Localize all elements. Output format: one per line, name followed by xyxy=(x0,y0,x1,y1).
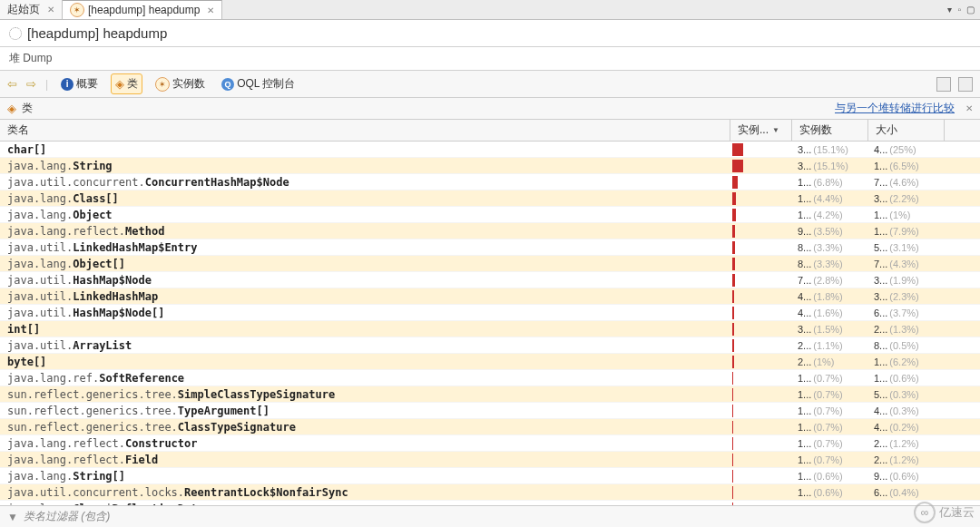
instances-cell: 7...(2.8%) xyxy=(792,275,868,286)
table-row[interactable]: byte[]2...(1%)1...(6.2%) xyxy=(0,354,980,370)
size-cell: 4...(0.3%) xyxy=(868,405,945,416)
usage-bar xyxy=(732,437,733,450)
class-name-cell: java.util.LinkedHashMap$Entry xyxy=(0,241,730,254)
table-row[interactable]: java.util.HashMap$Node7...(2.8%)3...(1.9… xyxy=(0,272,980,288)
label: 类 xyxy=(127,76,138,92)
subheader-text: 堆 Dump xyxy=(9,52,52,64)
tab-start[interactable]: 起始页 ✕ xyxy=(0,0,63,19)
bar-cell xyxy=(730,437,792,450)
instances-cell: 4...(1.6%) xyxy=(792,307,868,318)
view-toolbar: ⇦ ⇨ | i 概要 ◈ 类 ✶ 实例数 Q OQL 控制台 xyxy=(0,71,980,98)
bar-cell xyxy=(730,421,792,434)
bar-cell xyxy=(730,454,792,466)
usage-bar xyxy=(732,225,735,238)
page-header: [heapdump] heapdump xyxy=(0,20,980,47)
bar-cell xyxy=(730,405,792,417)
bar-cell xyxy=(730,143,792,156)
bar-cell xyxy=(730,274,792,287)
size-cell: 4...(0.2%) xyxy=(868,422,945,433)
forward-icon[interactable]: ⇨ xyxy=(26,77,36,91)
maximize-icon[interactable]: ▢ xyxy=(966,5,975,15)
size-cell: 7...(4.3%) xyxy=(868,259,945,269)
compare-link[interactable]: 与另一个堆转储进行比较 xyxy=(835,101,955,116)
table-row[interactable]: java.lang.ref.SoftReference1...(0.7%)1..… xyxy=(0,370,980,386)
table-row[interactable]: java.lang.Object[]8...(3.3%)7...(4.3%) xyxy=(0,256,980,272)
close-icon[interactable]: ✕ xyxy=(965,103,973,113)
instances-cell: 1...(0.7%) xyxy=(792,438,868,449)
col-instances-bar[interactable]: 实例...▼ xyxy=(730,120,792,141)
size-cell: 1...(6.2%) xyxy=(868,356,945,367)
usage-bar xyxy=(732,192,736,205)
close-icon[interactable]: ✕ xyxy=(207,5,214,15)
usage-bar xyxy=(732,176,738,189)
overview-button[interactable]: i 概要 xyxy=(57,74,102,93)
class-name-cell: sun.reflect.generics.tree.TypeArgument[] xyxy=(0,405,730,417)
bar-cell xyxy=(730,290,792,303)
view-option-icon[interactable] xyxy=(958,77,973,92)
table-row[interactable]: sun.reflect.generics.tree.ClassTypeSigna… xyxy=(0,419,980,435)
table-row[interactable]: java.util.ArrayList2...(1.1%)8...(0.5%) xyxy=(0,337,980,354)
bar-cell xyxy=(730,192,792,205)
bar-cell xyxy=(730,372,792,385)
bar-cell xyxy=(730,388,792,401)
sort-desc-icon: ▼ xyxy=(772,126,779,134)
size-cell: 7...(4.6%) xyxy=(868,177,945,188)
view-option-icon[interactable] xyxy=(936,77,951,92)
col-size[interactable]: 大小 xyxy=(868,120,945,141)
bar-cell xyxy=(730,176,792,189)
usage-bar xyxy=(732,470,733,483)
oql-button[interactable]: Q OQL 控制台 xyxy=(218,74,299,93)
table-row[interactable]: java.lang.String3...(15.1%)1...(6.5%) xyxy=(0,158,980,174)
bar-cell xyxy=(730,307,792,319)
size-cell: 6...(0.4%) xyxy=(868,487,945,498)
usage-bar xyxy=(732,454,733,466)
table-header: 类名 实例...▼ 实例数 大小 xyxy=(0,120,980,142)
instances-cell: 3...(15.1%) xyxy=(792,161,868,171)
watermark: ∞ 亿速云 xyxy=(914,502,975,523)
close-icon[interactable]: ✕ xyxy=(47,5,54,15)
table-row[interactable]: java.lang.Class[]1...(4.4%)3...(2.2%) xyxy=(0,190,980,207)
filter-input[interactable]: 类名过滤器 (包含) xyxy=(24,509,110,524)
class-name-cell: sun.reflect.generics.tree.ClassTypeSigna… xyxy=(0,421,730,434)
col-instances[interactable]: 实例数 xyxy=(792,120,868,141)
class-name-cell: java.lang.String[] xyxy=(0,470,730,483)
classes-button[interactable]: ◈ 类 xyxy=(111,73,142,94)
table-row[interactable]: char[]3...(15.1%)4...(25%) xyxy=(0,142,980,158)
class-name-cell: byte[] xyxy=(0,356,730,368)
size-cell: 5...(0.3%) xyxy=(868,389,945,400)
table-row[interactable]: java.lang.reflect.Method9...(3.5%)1...(7… xyxy=(0,223,980,239)
instances-cell: 2...(1%) xyxy=(792,356,868,367)
label: OQL 控制台 xyxy=(237,76,295,92)
table-row[interactable]: java.util.concurrent.locks.ReentrantLock… xyxy=(0,484,980,501)
instances-button[interactable]: ✶ 实例数 xyxy=(152,74,209,93)
table-row[interactable]: sun.reflect.generics.tree.SimpleClassTyp… xyxy=(0,386,980,403)
class-name-cell: java.util.ArrayList xyxy=(0,339,730,352)
restore-icon[interactable]: ▫ xyxy=(957,5,961,15)
table-row[interactable]: java.lang.Object1...(4.2%)1...(1%) xyxy=(0,207,980,223)
size-cell: 3...(1.9%) xyxy=(868,275,945,286)
class-name-cell: java.lang.Class[] xyxy=(0,192,730,205)
table-row[interactable]: java.util.LinkedHashMap$Entry8...(3.3%)5… xyxy=(0,239,980,256)
reload-icon[interactable] xyxy=(9,27,22,40)
class-name-cell: sun.reflect.generics.tree.SimpleClassTyp… xyxy=(0,388,730,401)
table-row[interactable]: java.util.HashMap$Node[]4...(1.6%)6...(3… xyxy=(0,305,980,321)
usage-bar xyxy=(732,388,733,401)
table-row[interactable]: java.lang.reflect.Field1...(0.7%)2...(1.… xyxy=(0,452,980,468)
back-icon[interactable]: ⇦ xyxy=(7,77,17,91)
minimize-icon[interactable]: ▾ xyxy=(947,5,952,15)
usage-bar xyxy=(732,421,733,434)
label: 实例数 xyxy=(172,76,205,92)
usage-bar xyxy=(732,274,735,287)
table-row[interactable]: java.lang.reflect.Constructor1...(0.7%)2… xyxy=(0,435,980,452)
instances-cell: 4...(1.8%) xyxy=(792,291,868,302)
table-row[interactable]: java.util.LinkedHashMap4...(1.8%)3...(2.… xyxy=(0,288,980,305)
col-classname[interactable]: 类名 xyxy=(0,120,730,141)
table-row[interactable]: int[]3...(1.5%)2...(1.3%) xyxy=(0,321,980,337)
bar-cell xyxy=(730,356,792,368)
tab-heapdump[interactable]: ✶ [heapdump] heapdump ✕ xyxy=(63,0,222,19)
usage-bar xyxy=(732,143,743,156)
table-row[interactable]: java.util.concurrent.ConcurrentHashMap$N… xyxy=(0,174,980,190)
tab-label: 起始页 xyxy=(7,2,40,17)
table-row[interactable]: sun.reflect.generics.tree.TypeArgument[]… xyxy=(0,403,980,419)
table-row[interactable]: java.lang.String[]1...(0.6%)9...(0.6%) xyxy=(0,468,980,484)
